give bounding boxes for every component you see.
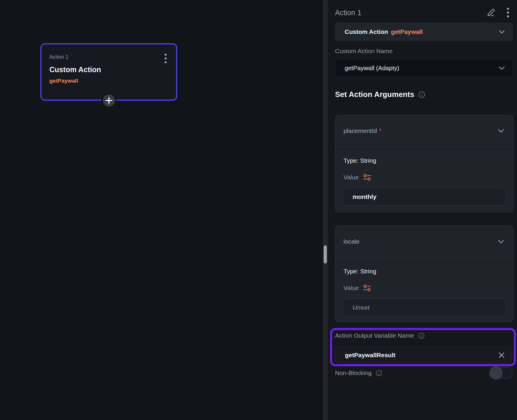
argument-card-locale: locale Type: String Value Unset — [335, 225, 513, 322]
action-card-title: Custom Action — [49, 65, 101, 74]
panel-header: Action 1 — [335, 6, 513, 19]
scrollbar-thumb[interactable] — [324, 245, 327, 263]
plus-icon — [105, 97, 113, 104]
value-label: Value — [343, 174, 359, 181]
non-blocking-toggle[interactable] — [489, 367, 513, 379]
action-card[interactable]: Action 1 Custom Action getPaywall — [40, 43, 177, 101]
action-card-subtitle: getPaywall — [49, 78, 78, 84]
argument-value-input[interactable]: monthly — [343, 188, 506, 206]
kebab-menu-icon[interactable] — [503, 8, 513, 18]
output-variable-highlight-box: Action Output Variable Name getPaywallRe… — [330, 328, 516, 366]
argument-header[interactable]: locale — [335, 226, 513, 257]
output-variable-input[interactable]: getPaywallResult — [335, 347, 512, 364]
info-icon[interactable] — [418, 91, 425, 98]
kebab-menu-icon[interactable] — [164, 53, 167, 64]
variable-icon[interactable] — [363, 284, 372, 292]
argument-value-text: Unset — [353, 304, 369, 311]
edit-pencil-icon[interactable] — [486, 8, 496, 18]
action-settings-panel: Action 1 Custom Action getPaywall Cu — [328, 0, 517, 420]
custom-action-name-dropdown[interactable]: getPaywall (Adapty) — [335, 59, 513, 77]
action-type-value: getPaywall — [391, 28, 423, 35]
chevron-down-icon — [497, 64, 506, 72]
variable-icon[interactable] — [363, 173, 372, 181]
add-action-button[interactable] — [101, 93, 117, 108]
argument-name: locale — [343, 238, 360, 245]
action-flow-canvas[interactable]: Action 1 Custom Action getPaywall — [0, 0, 323, 420]
info-icon[interactable] — [376, 370, 382, 376]
custom-action-name-value: getPaywall (Adapty) — [345, 65, 399, 72]
argument-value-text: monthly — [353, 193, 377, 200]
custom-action-name-label: Custom Action Name — [335, 48, 393, 55]
chevron-down-icon — [497, 237, 505, 246]
non-blocking-row: Non-Blocking — [335, 366, 513, 380]
panel-title: Action 1 — [335, 8, 361, 17]
section-title: Set Action Arguments — [335, 90, 414, 99]
info-icon[interactable] — [418, 332, 425, 339]
value-label: Value — [343, 284, 359, 291]
panel-splitter[interactable] — [323, 0, 328, 420]
output-variable-value: getPaywallResult — [345, 352, 395, 359]
toggle-knob — [489, 366, 503, 380]
argument-type-label: Type: String — [343, 268, 376, 275]
set-action-arguments-section: Set Action Arguments — [335, 90, 425, 99]
required-asterisk: * — [379, 127, 381, 134]
action-type-dropdown[interactable]: Custom Action getPaywall — [335, 23, 513, 41]
argument-type-label: Type: String — [343, 157, 376, 164]
argument-card-placementid: placementId * Type: String Value monthly — [335, 115, 513, 212]
argument-value-input[interactable]: Unset — [343, 298, 506, 316]
action-index-label: Action 1 — [49, 54, 68, 60]
output-variable-label: Action Output Variable Name — [335, 332, 414, 339]
clear-x-icon[interactable] — [498, 351, 505, 359]
argument-name: placementId — [343, 127, 377, 134]
non-blocking-label: Non-Blocking — [335, 369, 372, 376]
argument-header[interactable]: placementId * — [335, 115, 513, 147]
chevron-down-icon — [497, 27, 506, 36]
chevron-down-icon — [497, 126, 505, 135]
action-type-label: Custom Action — [345, 28, 388, 35]
